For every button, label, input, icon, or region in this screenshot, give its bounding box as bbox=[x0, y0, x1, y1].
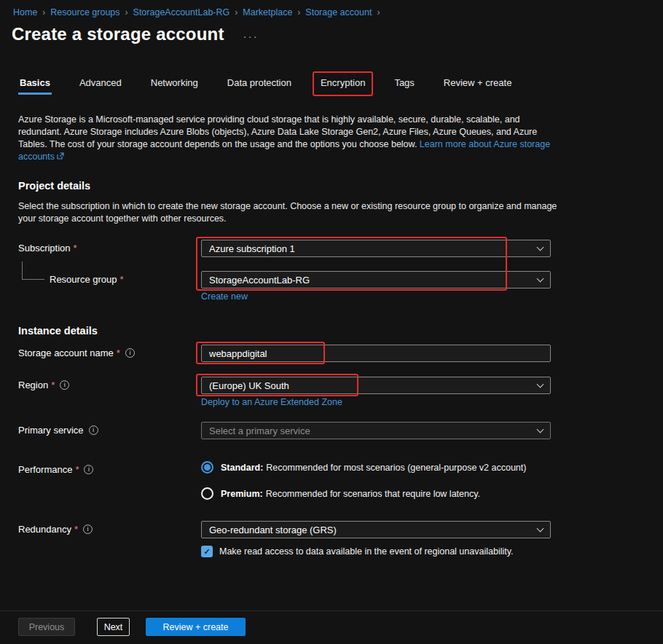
resource-group-value: StorageAccountLab-RG bbox=[209, 275, 310, 286]
region-label: Region bbox=[18, 380, 48, 390]
required-asterisk: * bbox=[120, 274, 124, 285]
performance-label: Performance bbox=[18, 464, 72, 475]
chevron-down-icon bbox=[537, 381, 544, 388]
project-details-heading: Project details bbox=[18, 180, 645, 192]
external-link-icon bbox=[57, 151, 64, 163]
subscription-row: Subscription* Azure subscription 1 bbox=[18, 240, 645, 257]
breadcrumb-home[interactable]: Home bbox=[13, 7, 37, 17]
extended-zone-link[interactable]: Deploy to an Azure Extended Zone bbox=[201, 397, 342, 407]
breadcrumb-separator-icon: › bbox=[297, 7, 300, 17]
required-asterisk: * bbox=[74, 243, 77, 254]
radio-standard[interactable]: Standard:Recommended for most scenarios … bbox=[201, 461, 551, 474]
breadcrumb-storageaccountlab-rg[interactable]: StorageAccountLab-RG bbox=[133, 7, 230, 17]
project-details-description: Select the subscription in which to crea… bbox=[18, 200, 561, 225]
info-icon[interactable]: i bbox=[89, 425, 98, 435]
tab-advanced[interactable]: Advanced bbox=[79, 76, 122, 95]
redundancy-row: Redundancy*i Geo-redundant storage (GRS)… bbox=[18, 521, 645, 557]
primary-service-row: Primary servicei Select a primary servic… bbox=[18, 422, 645, 439]
breadcrumb-separator-icon: › bbox=[377, 7, 380, 17]
storage-account-name-label: Storage account name bbox=[18, 347, 114, 358]
tab-data-protection[interactable]: Data protection bbox=[227, 76, 291, 95]
create-new-link[interactable]: Create new bbox=[201, 291, 248, 302]
resource-group-label: Resource group* bbox=[50, 274, 124, 285]
radio-dot bbox=[204, 464, 211, 471]
nesting-connector-line bbox=[22, 262, 44, 280]
radio-selected-icon bbox=[201, 461, 213, 474]
performance-row: Performance*i Standard:Recommended for m… bbox=[18, 461, 645, 500]
chevron-down-icon bbox=[537, 244, 544, 251]
tab-bar: Basics Advanced Networking Data protecti… bbox=[20, 76, 645, 95]
subscription-value: Azure subscription 1 bbox=[209, 243, 295, 254]
intro-text: Azure Storage is a Microsoft-managed ser… bbox=[18, 114, 561, 163]
next-button[interactable]: Next bbox=[97, 618, 130, 636]
breadcrumb-resource-groups[interactable]: Resource groups bbox=[50, 7, 119, 17]
info-icon[interactable]: i bbox=[125, 348, 135, 358]
title-row: Create a storage account ··· bbox=[12, 23, 645, 45]
subscription-dropdown[interactable]: Azure subscription 1 bbox=[201, 240, 551, 257]
region-value: (Europe) UK South bbox=[209, 380, 289, 391]
radio-premium-label: Premium:Recommended for scenarios that r… bbox=[221, 489, 480, 499]
more-menu-button[interactable]: ··· bbox=[243, 30, 259, 42]
checkbox-checked[interactable]: ✓ bbox=[201, 546, 213, 557]
create-storage-account-page: Home › Resource groups › StorageAccountL… bbox=[0, 0, 663, 644]
primary-service-dropdown[interactable]: Select a primary service bbox=[201, 422, 551, 439]
redundancy-label: Redundancy bbox=[18, 524, 71, 535]
tab-basics[interactable]: Basics bbox=[20, 76, 50, 95]
checkmark-icon: ✓ bbox=[203, 548, 210, 556]
radio-unselected-icon bbox=[201, 487, 213, 500]
basics-form: Subscription* Azure subscription 1 Resou… bbox=[18, 240, 645, 557]
primary-service-label: Primary service bbox=[18, 425, 84, 436]
primary-service-placeholder: Select a primary service bbox=[209, 425, 310, 436]
required-asterisk: * bbox=[117, 347, 120, 358]
resource-group-row: Resource group* StorageAccountLab-RG Cre… bbox=[18, 271, 645, 302]
storage-account-name-input[interactable] bbox=[201, 345, 551, 362]
required-asterisk: * bbox=[74, 524, 78, 535]
breadcrumb-separator-icon: › bbox=[42, 7, 45, 17]
redundancy-value: Geo-redundant storage (GRS) bbox=[209, 525, 337, 535]
breadcrumb-separator-icon: › bbox=[235, 7, 238, 17]
instance-details-heading: Instance details bbox=[18, 325, 645, 337]
chevron-down-icon bbox=[537, 275, 544, 283]
breadcrumb-marketplace[interactable]: Marketplace bbox=[243, 7, 292, 17]
tab-encryption[interactable]: Encryption bbox=[321, 76, 365, 95]
info-icon[interactable]: i bbox=[84, 465, 93, 474]
chevron-down-icon bbox=[537, 426, 544, 433]
radio-premium[interactable]: Premium:Recommended for scenarios that r… bbox=[201, 487, 551, 500]
page-title: Create a storage account bbox=[12, 23, 224, 45]
info-icon[interactable]: i bbox=[83, 525, 93, 534]
review-create-button[interactable]: Review + create bbox=[146, 618, 246, 636]
region-dropdown[interactable]: (Europe) UK South bbox=[201, 377, 551, 394]
breadcrumb-separator-icon: › bbox=[125, 7, 128, 17]
tab-encryption-label: Encryption bbox=[321, 77, 365, 88]
read-access-checkbox-label: Make read access to data available in th… bbox=[219, 546, 514, 557]
subscription-label: Subscription bbox=[18, 243, 71, 254]
read-access-checkbox-row[interactable]: ✓ Make read access to data available in … bbox=[201, 546, 551, 557]
wizard-footer: Previous Next Review + create bbox=[0, 610, 663, 644]
region-row: Region*i (Europe) UK South Deploy to an … bbox=[18, 377, 645, 408]
storage-account-name-row: Storage account name*i bbox=[18, 345, 645, 362]
tab-networking[interactable]: Networking bbox=[151, 76, 198, 95]
radio-standard-label: Standard:Recommended for most scenarios … bbox=[221, 463, 526, 473]
breadcrumb-storage-account[interactable]: Storage account bbox=[305, 7, 372, 17]
tab-review-create[interactable]: Review + create bbox=[444, 76, 512, 95]
redundancy-dropdown[interactable]: Geo-redundant storage (GRS) bbox=[201, 521, 551, 538]
previous-button[interactable]: Previous bbox=[18, 618, 75, 636]
required-asterisk: * bbox=[75, 464, 79, 475]
resource-group-dropdown[interactable]: StorageAccountLab-RG bbox=[201, 271, 551, 288]
tab-tags[interactable]: Tags bbox=[394, 76, 414, 95]
chevron-down-icon bbox=[537, 525, 544, 533]
info-icon[interactable]: i bbox=[60, 380, 69, 390]
required-asterisk: * bbox=[51, 380, 55, 390]
breadcrumb: Home › Resource groups › StorageAccountL… bbox=[13, 0, 645, 17]
